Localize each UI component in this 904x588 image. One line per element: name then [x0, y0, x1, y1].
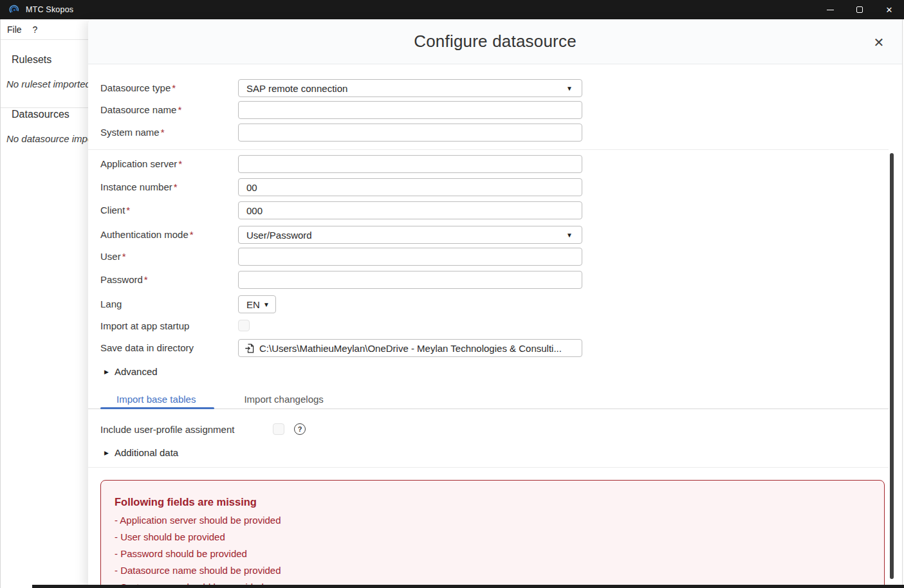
- dialog-header: Configure datasource ✕: [88, 19, 902, 64]
- maximize-button[interactable]: [845, 0, 874, 19]
- lang-label: Lang: [100, 299, 122, 309]
- expander-arrow-icon: ▶: [104, 369, 109, 375]
- datasource-type-select[interactable]: SAP remote connection ▼: [238, 79, 582, 97]
- authentication-mode-label: Authentication mode*: [100, 229, 194, 240]
- window-titlebar: MTC Skopos ✕: [0, 0, 904, 19]
- import-at-startup-label: Import at app startup: [100, 320, 189, 331]
- error-item: - User should be provided: [115, 532, 884, 542]
- error-item: - Application server should be provided: [115, 515, 884, 525]
- error-item: - Datasource name should be provided: [115, 565, 884, 575]
- advanced-expander-label: Advanced: [115, 366, 158, 377]
- save-directory-label: Save data in directory: [100, 342, 194, 353]
- include-user-profile-checkbox[interactable]: [273, 423, 284, 435]
- client-label: Client*: [100, 205, 130, 216]
- system-name-label: System name*: [100, 127, 165, 138]
- application-server-label: Application server*: [100, 158, 182, 169]
- bottom-window-edge: [32, 585, 904, 588]
- minimize-icon: [827, 10, 834, 10]
- datasource-name-label: Datasource name*: [100, 104, 181, 115]
- error-title: Following fields are missing: [115, 496, 884, 508]
- window-title: MTC Skopos: [26, 5, 73, 14]
- vertical-scrollbar[interactable]: [890, 153, 894, 579]
- tab-import-base-tables[interactable]: Import base tables: [116, 394, 196, 414]
- dialog-title: Configure datasource: [88, 32, 902, 51]
- password-input[interactable]: [238, 271, 582, 289]
- instance-number-label: Instance number*: [100, 181, 178, 192]
- menu-file[interactable]: File: [0, 24, 29, 35]
- datasource-name-input[interactable]: [238, 101, 582, 119]
- client-input[interactable]: [238, 201, 582, 219]
- additional-data-expander[interactable]: ▶ Additional data: [104, 447, 178, 458]
- tab-import-changelogs[interactable]: Import changelogs: [244, 394, 323, 414]
- authentication-mode-select[interactable]: User/Password ▼: [238, 226, 582, 244]
- include-user-profile-label: Include user-profile assignment: [100, 424, 234, 435]
- close-window-icon: ✕: [886, 5, 893, 15]
- content-divider: [88, 467, 889, 468]
- dialog-close-button[interactable]: ✕: [870, 33, 888, 51]
- user-label: User*: [100, 251, 126, 262]
- error-item: - Password should be provided: [115, 549, 884, 558]
- validation-error-box: Following fields are missing - Applicati…: [100, 480, 885, 588]
- app-logo-icon: [8, 4, 20, 15]
- menu-help[interactable]: ?: [29, 24, 42, 35]
- minimize-button[interactable]: [815, 0, 845, 19]
- import-at-startup-checkbox[interactable]: [238, 320, 250, 331]
- scroll-area-divider: [88, 149, 889, 150]
- maximize-icon: [856, 6, 863, 13]
- lang-select[interactable]: EN ▼: [238, 295, 276, 313]
- chevron-down-icon: ▼: [566, 232, 573, 239]
- additional-data-expander-label: Additional data: [115, 447, 178, 458]
- advanced-expander[interactable]: ▶ Advanced: [104, 366, 158, 377]
- file-import-icon: [244, 343, 255, 354]
- window-right-border: [902, 19, 903, 588]
- user-input[interactable]: [238, 248, 582, 266]
- import-tabs: Import base tables Import changelogs: [100, 394, 324, 414]
- instance-number-input[interactable]: [238, 178, 582, 196]
- save-directory-button[interactable]: C:\Users\MathieuMeylan\OneDrive - Meylan…: [238, 339, 582, 357]
- chevron-down-icon: ▼: [263, 301, 270, 308]
- application-server-input[interactable]: [238, 155, 582, 173]
- datasource-type-label: Datasource type*: [100, 82, 176, 93]
- system-name-input[interactable]: [238, 124, 582, 142]
- chevron-down-icon: ▼: [566, 85, 573, 92]
- expander-arrow-icon: ▶: [104, 450, 109, 456]
- help-icon[interactable]: ?: [294, 423, 306, 435]
- close-icon: ✕: [874, 35, 885, 50]
- close-window-button[interactable]: ✕: [874, 0, 904, 19]
- configure-datasource-dialog: Configure datasource ✕ Datasource type* …: [88, 19, 902, 588]
- menu-bar: File ?: [0, 19, 88, 40]
- password-label: Password*: [100, 274, 148, 285]
- active-tab-underline: [100, 407, 214, 409]
- save-directory-path: C:\Users\MathieuMeylan\OneDrive - Meylan…: [259, 343, 562, 354]
